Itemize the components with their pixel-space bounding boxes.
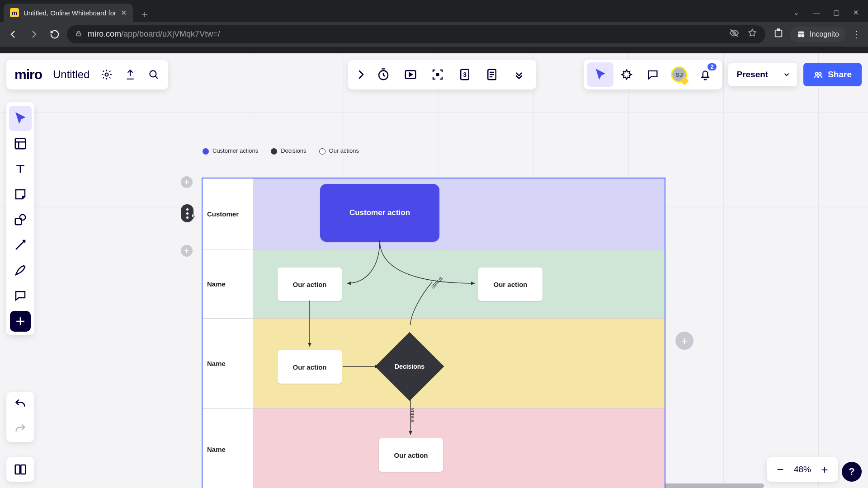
add-row-after-button[interactable]: + — [181, 245, 193, 257]
node-decision[interactable]: Decisions — [375, 332, 444, 401]
canvas[interactable]: Customer actions Decisions Our actions +… — [0, 53, 868, 488]
window-maximize-icon[interactable]: ▢ — [833, 9, 840, 17]
lane-label[interactable]: Customer — [203, 178, 253, 249]
add-column-button[interactable]: + — [675, 332, 693, 350]
add-row-before-button[interactable]: + — [181, 176, 193, 188]
svg-rect-3 — [777, 28, 780, 30]
svg-point-4 — [798, 34, 801, 37]
legend: Customer actions Decisions Our actions — [203, 147, 359, 155]
close-tab-icon[interactable]: ✕ — [121, 9, 127, 17]
legend-item: Our actions — [319, 147, 359, 155]
svg-point-5 — [801, 34, 804, 37]
lane-row[interactable]: Name Our action status — [203, 408, 665, 488]
miro-favicon: m — [10, 8, 19, 17]
eye-off-icon[interactable] — [729, 28, 739, 40]
svg-marker-22 — [471, 282, 475, 285]
swimlane-table[interactable]: Customer Customer action Name Our action… — [202, 178, 665, 488]
node-our-action[interactable]: Our action — [379, 438, 443, 472]
svg-marker-21 — [347, 282, 351, 285]
lane-label[interactable]: Name — [203, 408, 253, 488]
node-our-action[interactable]: Our action — [278, 267, 342, 301]
svg-marker-24 — [308, 343, 311, 347]
address-bar[interactable]: miro.com/app/board/uXjVMqk7Vtw=/ — [67, 25, 765, 43]
window-close-icon[interactable]: ✕ — [853, 9, 859, 17]
node-our-action[interactable]: Our action — [278, 350, 342, 384]
lane-label[interactable]: Name — [203, 319, 253, 408]
window-minimize-icon[interactable]: — — [813, 9, 820, 17]
incognito-indicator[interactable]: Incognito — [790, 27, 845, 42]
node-our-action[interactable]: Our action — [478, 267, 542, 301]
browser-menu-icon[interactable]: ⋮ — [852, 29, 861, 40]
tabs-dropdown-icon[interactable]: ⌄ — [793, 9, 799, 17]
url-text: miro.com/app/board/uXjVMqk7Vtw=/ — [88, 29, 220, 39]
svg-rect-2 — [775, 30, 782, 37]
browser-tab[interactable]: m Untitled, Online Whiteboard for ✕ — [4, 4, 133, 22]
legend-item: Customer actions — [203, 147, 258, 155]
bookmark-star-icon[interactable] — [747, 28, 757, 40]
nav-reload-button[interactable] — [46, 26, 63, 43]
lane-row[interactable]: Name Our action Decisions — [203, 318, 665, 408]
lane-row[interactable]: Customer Customer action — [203, 178, 665, 249]
node-customer-action[interactable]: Customer action — [320, 184, 439, 242]
edge-label: status — [429, 275, 444, 290]
svg-rect-0 — [76, 33, 80, 36]
extensions-icon[interactable] — [774, 28, 783, 40]
pointer-cursor-icon — [189, 212, 198, 221]
legend-item: Decisions — [271, 147, 306, 155]
edge-label: status — [409, 408, 415, 422]
lock-icon — [75, 30, 82, 38]
lane-label[interactable]: Name — [203, 249, 253, 318]
svg-marker-28 — [409, 431, 412, 435]
nav-back-button[interactable] — [5, 26, 22, 43]
new-tab-button[interactable]: + — [137, 7, 152, 22]
tab-title: Untitled, Online Whiteboard for — [24, 9, 116, 17]
lane-row[interactable]: Name Our action Our action status — [203, 249, 665, 318]
nav-forward-button[interactable] — [25, 26, 42, 43]
